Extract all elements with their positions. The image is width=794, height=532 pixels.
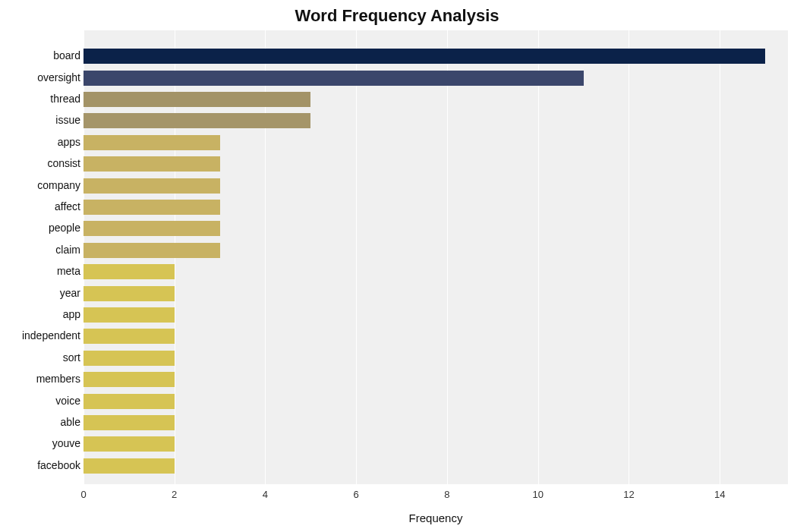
x-tick-label: 12: [613, 489, 644, 500]
chart-container: Word Frequency Analysis boardoversightth…: [0, 0, 794, 532]
y-tick-label: meta: [5, 265, 80, 277]
bar: [83, 200, 220, 215]
bar: [83, 243, 220, 258]
y-tick-label: sort: [5, 351, 80, 364]
x-tick-label: 8: [432, 489, 462, 500]
bar: [83, 49, 765, 64]
x-axis-label: Frequency: [83, 512, 788, 524]
x-tick-label: 10: [523, 489, 553, 500]
bar: [83, 329, 175, 344]
bar: [83, 264, 175, 279]
bar: [83, 113, 310, 128]
bar: [83, 71, 584, 86]
y-tick-label: facebook: [5, 459, 80, 471]
bar: [83, 458, 175, 474]
bar: [83, 307, 175, 323]
bar: [83, 394, 175, 409]
x-ticks: 02468101214: [83, 489, 788, 502]
bar: [83, 135, 220, 150]
y-tick-label: affect: [5, 200, 80, 212]
y-tick-label: voice: [5, 395, 80, 407]
bar: [83, 178, 220, 194]
y-tick-label: board: [5, 49, 80, 61]
y-tick-label: oversight: [5, 71, 80, 83]
y-tick-label: company: [5, 179, 80, 191]
y-tick-label: people: [5, 222, 80, 234]
y-tick-label: year: [5, 287, 80, 299]
plot-area: [83, 30, 788, 484]
bar: [83, 286, 175, 301]
chart-title: Word Frequency Analysis: [0, 6, 794, 26]
x-tick-label: 6: [341, 489, 371, 500]
y-tick-label: independent: [5, 329, 80, 342]
x-tick-label: 2: [159, 489, 190, 500]
x-tick-label: 4: [250, 489, 280, 500]
y-tick-label: members: [5, 373, 80, 385]
y-tick-label: app: [5, 308, 80, 320]
y-tick-label: able: [5, 416, 80, 428]
y-tick-label: issue: [5, 114, 80, 126]
bar: [83, 92, 310, 107]
x-tick-label: 14: [704, 489, 735, 500]
y-tick-label: consist: [5, 157, 80, 169]
bar: [83, 436, 175, 452]
x-tick-label: 0: [68, 489, 99, 500]
y-tick-label: claim: [5, 244, 80, 256]
bar: [83, 221, 220, 236]
bar: [83, 372, 175, 387]
bar: [83, 351, 175, 366]
bar: [83, 156, 220, 172]
bars-area: [83, 30, 788, 484]
y-tick-label: apps: [5, 136, 80, 148]
y-tick-label: thread: [5, 93, 80, 105]
bar: [83, 415, 175, 430]
y-tick-label: youve: [5, 437, 80, 449]
